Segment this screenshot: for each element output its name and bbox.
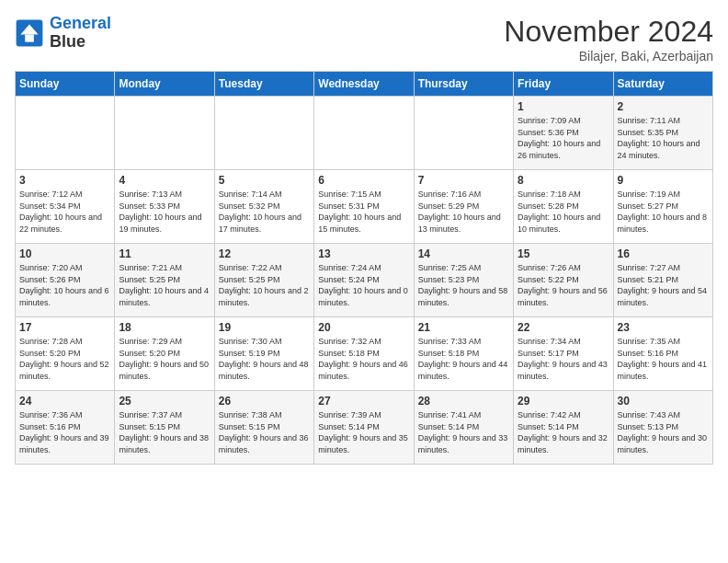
day-number: 29 [518,395,609,408]
day-number: 21 [418,321,509,334]
calendar-day-cell: 9Sunrise: 7:19 AM Sunset: 5:27 PM Daylig… [613,170,712,244]
day-info: Sunrise: 7:09 AM Sunset: 5:36 PM Dayligh… [518,115,609,161]
calendar-day-cell [16,97,115,170]
calendar-day-cell: 14Sunrise: 7:25 AM Sunset: 5:23 PM Dayli… [414,244,513,317]
day-info: Sunrise: 7:29 AM Sunset: 5:20 PM Dayligh… [119,336,210,382]
page-header: General Blue November 2024 Bilajer, Baki… [15,15,713,63]
day-info: Sunrise: 7:16 AM Sunset: 5:29 PM Dayligh… [418,189,509,235]
calendar-day-cell: 11Sunrise: 7:21 AM Sunset: 5:25 PM Dayli… [115,244,214,317]
calendar-day-cell: 19Sunrise: 7:30 AM Sunset: 5:19 PM Dayli… [214,317,313,391]
day-info: Sunrise: 7:35 AM Sunset: 5:16 PM Dayligh… [618,336,709,382]
day-number: 26 [219,395,310,408]
day-number: 28 [418,395,509,408]
calendar-day-cell: 6Sunrise: 7:15 AM Sunset: 5:31 PM Daylig… [314,170,414,244]
day-info: Sunrise: 7:12 AM Sunset: 5:34 PM Dayligh… [19,189,110,235]
day-of-week-header: Wednesday [314,72,414,97]
calendar-day-cell: 17Sunrise: 7:28 AM Sunset: 5:20 PM Dayli… [16,317,115,391]
day-info: Sunrise: 7:14 AM Sunset: 5:32 PM Dayligh… [219,189,310,235]
day-of-week-header: Thursday [414,72,513,97]
day-number: 12 [219,247,310,260]
location-subtitle: Bilajer, Baki, Azerbaijan [504,49,713,63]
day-number: 8 [518,174,609,187]
day-number: 10 [19,247,110,260]
calendar-day-cell: 28Sunrise: 7:41 AM Sunset: 5:14 PM Dayli… [414,391,513,465]
calendar-day-cell: 26Sunrise: 7:38 AM Sunset: 5:15 PM Dayli… [214,391,313,465]
day-info: Sunrise: 7:27 AM Sunset: 5:21 PM Dayligh… [618,262,709,308]
calendar-day-cell: 8Sunrise: 7:18 AM Sunset: 5:28 PM Daylig… [514,170,613,244]
day-number: 7 [418,174,509,187]
day-info: Sunrise: 7:15 AM Sunset: 5:31 PM Dayligh… [318,189,409,235]
day-info: Sunrise: 7:25 AM Sunset: 5:23 PM Dayligh… [418,262,509,308]
calendar-day-cell [314,97,414,170]
svg-rect-2 [25,34,34,41]
title-block: November 2024 Bilajer, Baki, Azerbaijan [504,15,713,63]
day-number: 23 [618,321,709,334]
calendar-day-cell: 23Sunrise: 7:35 AM Sunset: 5:16 PM Dayli… [613,317,712,391]
day-info: Sunrise: 7:41 AM Sunset: 5:14 PM Dayligh… [418,409,509,455]
day-of-week-header: Sunday [16,72,115,97]
day-number: 2 [618,100,709,113]
day-info: Sunrise: 7:34 AM Sunset: 5:17 PM Dayligh… [518,336,609,382]
calendar-day-cell: 29Sunrise: 7:42 AM Sunset: 5:14 PM Dayli… [514,391,613,465]
calendar-week-row: 24Sunrise: 7:36 AM Sunset: 5:16 PM Dayli… [16,391,713,465]
day-of-week-header: Monday [115,72,214,97]
calendar-day-cell: 25Sunrise: 7:37 AM Sunset: 5:15 PM Dayli… [115,391,214,465]
calendar-week-row: 17Sunrise: 7:28 AM Sunset: 5:20 PM Dayli… [16,317,713,391]
logo-icon [15,18,44,48]
day-number: 24 [19,395,110,408]
day-info: Sunrise: 7:20 AM Sunset: 5:26 PM Dayligh… [19,262,110,308]
day-number: 22 [518,321,609,334]
calendar-day-cell: 7Sunrise: 7:16 AM Sunset: 5:29 PM Daylig… [414,170,513,244]
calendar-day-cell: 15Sunrise: 7:26 AM Sunset: 5:22 PM Dayli… [514,244,613,317]
calendar-week-row: 10Sunrise: 7:20 AM Sunset: 5:26 PM Dayli… [16,244,713,317]
calendar-table: SundayMondayTuesdayWednesdayThursdayFrid… [15,71,713,465]
calendar-day-cell: 10Sunrise: 7:20 AM Sunset: 5:26 PM Dayli… [16,244,115,317]
day-number: 20 [318,321,409,334]
day-number: 13 [318,247,409,260]
day-info: Sunrise: 7:39 AM Sunset: 5:14 PM Dayligh… [318,409,409,455]
day-info: Sunrise: 7:13 AM Sunset: 5:33 PM Dayligh… [119,189,210,235]
logo: General Blue [15,15,111,52]
day-of-week-header: Tuesday [214,72,313,97]
calendar-day-cell: 16Sunrise: 7:27 AM Sunset: 5:21 PM Dayli… [613,244,712,317]
day-number: 3 [19,174,110,187]
calendar-day-cell: 22Sunrise: 7:34 AM Sunset: 5:17 PM Dayli… [514,317,613,391]
calendar-day-cell: 13Sunrise: 7:24 AM Sunset: 5:24 PM Dayli… [314,244,414,317]
day-info: Sunrise: 7:36 AM Sunset: 5:16 PM Dayligh… [19,409,110,455]
calendar-week-row: 1Sunrise: 7:09 AM Sunset: 5:36 PM Daylig… [16,97,713,170]
day-number: 14 [418,247,509,260]
day-of-week-header: Saturday [613,72,712,97]
day-info: Sunrise: 7:22 AM Sunset: 5:25 PM Dayligh… [219,262,310,308]
day-info: Sunrise: 7:43 AM Sunset: 5:13 PM Dayligh… [618,409,709,455]
calendar-day-cell [414,97,513,170]
calendar-day-cell [115,97,214,170]
day-number: 27 [318,395,409,408]
calendar-day-cell: 20Sunrise: 7:32 AM Sunset: 5:18 PM Dayli… [314,317,414,391]
day-info: Sunrise: 7:30 AM Sunset: 5:19 PM Dayligh… [219,336,310,382]
calendar-day-cell [214,97,313,170]
day-number: 16 [618,247,709,260]
day-number: 19 [219,321,310,334]
day-info: Sunrise: 7:11 AM Sunset: 5:35 PM Dayligh… [618,115,709,161]
day-number: 25 [119,395,210,408]
day-info: Sunrise: 7:42 AM Sunset: 5:14 PM Dayligh… [518,409,609,455]
day-info: Sunrise: 7:33 AM Sunset: 5:18 PM Dayligh… [418,336,509,382]
day-number: 18 [119,321,210,334]
day-number: 17 [19,321,110,334]
calendar-day-cell: 24Sunrise: 7:36 AM Sunset: 5:16 PM Dayli… [16,391,115,465]
day-number: 30 [618,395,709,408]
day-number: 15 [518,247,609,260]
day-info: Sunrise: 7:38 AM Sunset: 5:15 PM Dayligh… [219,409,310,455]
day-number: 9 [618,174,709,187]
calendar-day-cell: 18Sunrise: 7:29 AM Sunset: 5:20 PM Dayli… [115,317,214,391]
day-number: 5 [219,174,310,187]
day-of-week-header: Friday [514,72,613,97]
month-title: November 2024 [504,15,713,49]
day-info: Sunrise: 7:28 AM Sunset: 5:20 PM Dayligh… [19,336,110,382]
day-info: Sunrise: 7:19 AM Sunset: 5:27 PM Dayligh… [618,189,709,235]
day-number: 11 [119,247,210,260]
day-info: Sunrise: 7:32 AM Sunset: 5:18 PM Dayligh… [318,336,409,382]
calendar-day-cell: 12Sunrise: 7:22 AM Sunset: 5:25 PM Dayli… [214,244,313,317]
day-info: Sunrise: 7:21 AM Sunset: 5:25 PM Dayligh… [119,262,210,308]
calendar-day-cell: 21Sunrise: 7:33 AM Sunset: 5:18 PM Dayli… [414,317,513,391]
